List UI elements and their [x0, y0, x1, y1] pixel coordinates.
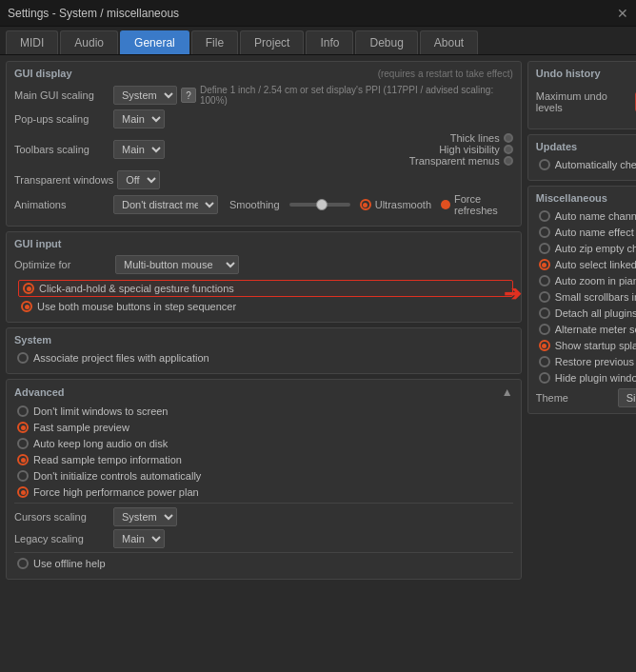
smoothing-slider[interactable]: [289, 203, 350, 207]
cursors-scaling-row: Cursors scaling System: [14, 507, 513, 526]
detach-all-plugins-radio[interactable]: [539, 307, 550, 319]
animations-smoothing-row: Animations Don't distract me Smoothing U…: [14, 193, 513, 216]
auto-check-updates-radio[interactable]: [539, 159, 550, 170]
force-refreshes-indicator[interactable]: [441, 200, 450, 209]
advanced-title[interactable]: Advanced ▲: [14, 385, 513, 399]
auto-select-linked-radio[interactable]: [539, 259, 550, 270]
auto-name-channels-radio[interactable]: [539, 210, 550, 222]
click-hold-radio[interactable]: [23, 283, 34, 294]
auto-check-updates-option[interactable]: Automatically check for updates: [536, 158, 636, 171]
theme-row: Theme Silent startup: [536, 388, 636, 407]
alternate-meter-scale-option[interactable]: Alternate meter scale: [536, 323, 636, 336]
force-refreshes-label: Force refreshes: [454, 193, 513, 216]
associate-project-files-option[interactable]: Associate project files with application: [14, 351, 513, 365]
read-sample-tempo-radio[interactable]: [17, 454, 29, 465]
gui-display-title: GUI display (requires a restart to take …: [14, 68, 513, 79]
both-mouse-radio[interactable]: [21, 301, 32, 312]
alternate-meter-radio[interactable]: [539, 324, 550, 335]
tab-general[interactable]: General: [120, 30, 189, 54]
detach-all-plugins-option[interactable]: Detach all plugins: [536, 306, 636, 320]
toolbars-scaling-label: Toolbars scaling: [14, 144, 109, 155]
popups-scaling-select[interactable]: Main: [113, 109, 165, 128]
restore-previous-state-option[interactable]: Restore previous state after solo: [536, 355, 636, 368]
auto-zoom-piano-roll-option[interactable]: Auto zoom in piano roll: [536, 274, 636, 287]
use-offline-help-option[interactable]: Use offline help: [14, 557, 513, 570]
dont-init-controls-radio[interactable]: [17, 470, 29, 482]
tab-about[interactable]: About: [420, 30, 478, 54]
fast-sample-preview-option[interactable]: Fast sample preview: [14, 421, 513, 434]
transparent-menus-indicator[interactable]: [504, 156, 513, 166]
ppi-text: Define 1 inch / 2.54 cm or set display's…: [200, 85, 513, 106]
tab-project[interactable]: Project: [240, 30, 304, 54]
force-high-performance-radio[interactable]: [17, 486, 29, 498]
read-sample-tempo-option[interactable]: Read sample tempo information: [14, 453, 513, 466]
tab-audio[interactable]: Audio: [60, 30, 118, 54]
gui-input-section: GUI input Optimize for Multi-button mous…: [6, 231, 522, 323]
show-startup-splash-radio[interactable]: [539, 340, 550, 351]
dont-init-controls-option[interactable]: Don't initialize controls automatically: [14, 469, 513, 483]
legacy-scaling-label: Legacy scaling: [14, 533, 109, 544]
dont-limit-windows-option[interactable]: Don't limit windows to screen: [14, 405, 513, 418]
tab-midi[interactable]: MIDI: [6, 30, 58, 54]
show-startup-splash-option[interactable]: Show startup splash screen: [536, 339, 636, 352]
theme-select[interactable]: Silent startup: [618, 388, 636, 407]
updates-section: Updates Automatically check for updates: [527, 134, 636, 181]
toolbars-scaling-row: Toolbars scaling Main Thick lines High v…: [14, 132, 513, 167]
gui-input-options: ➔ Click-and-hold & special gesture funct…: [14, 280, 513, 313]
small-scrollbars-option[interactable]: Small scrollbars in editors: [536, 290, 636, 304]
max-undo-levels-row: Maximum undo levels 100 Undo knob tweaks: [536, 85, 636, 119]
animations-select[interactable]: Don't distract me: [113, 195, 218, 214]
undo-history-title: Undo history: [536, 68, 636, 79]
advanced-collapse-arrow: ▲: [502, 385, 513, 399]
main-content: GUI display (requires a restart to take …: [0, 55, 636, 670]
auto-zip-empty-channels-option[interactable]: Auto zip empty channels: [536, 242, 636, 255]
optimize-for-row: Optimize for Multi-button mouse: [14, 255, 513, 274]
fast-sample-radio[interactable]: [17, 422, 29, 433]
transparent-windows-row: Transparent windows Off: [14, 170, 513, 189]
arrow-indicator: ➔: [504, 282, 521, 306]
main-gui-help-button[interactable]: ?: [181, 88, 196, 103]
right-column: Undo history Maximum undo levels 100 Und…: [527, 61, 636, 664]
auto-keep-long-audio-option[interactable]: Auto keep long audio on disk: [14, 437, 513, 450]
dont-limit-windows-radio[interactable]: [17, 405, 29, 417]
auto-keep-long-audio-radio[interactable]: [17, 438, 29, 449]
tab-debug[interactable]: Debug: [355, 30, 417, 54]
optimize-for-label: Optimize for: [14, 259, 109, 270]
optimize-for-select[interactable]: Multi-button mouse: [115, 255, 239, 274]
system-section: System Associate project files with appl…: [6, 327, 522, 374]
theme-label: Theme: [536, 392, 612, 404]
auto-name-effect-slots-radio[interactable]: [539, 227, 550, 238]
legacy-scaling-select[interactable]: Main: [113, 529, 165, 548]
miscellaneous-title: Miscellaneous: [536, 192, 636, 204]
auto-zip-empty-radio[interactable]: [539, 243, 550, 254]
auto-name-effect-slots-option[interactable]: Auto name effect slots: [536, 226, 636, 239]
small-scrollbars-radio[interactable]: [539, 291, 550, 303]
hide-plugin-window-toolbar-option[interactable]: Hide plugin window toolbar by default: [536, 371, 636, 385]
main-gui-scaling-select[interactable]: System: [113, 86, 177, 105]
both-mouse-buttons-option[interactable]: Use both mouse buttons in step sequencer: [18, 300, 513, 313]
ultrasmooth-radio[interactable]: [360, 199, 371, 210]
tab-info[interactable]: Info: [306, 30, 353, 54]
high-visibility-indicator[interactable]: [504, 145, 513, 154]
popups-scaling-label: Pop-ups scaling: [14, 113, 109, 125]
hide-plugin-toolbar-radio[interactable]: [539, 372, 550, 384]
transparent-windows-select[interactable]: Off: [117, 170, 160, 189]
associate-project-radio[interactable]: [17, 352, 29, 364]
auto-zoom-piano-radio[interactable]: [539, 275, 550, 287]
click-hold-option[interactable]: Click-and-hold & special gesture functio…: [18, 280, 513, 297]
auto-name-channels-option[interactable]: Auto name channels: [536, 209, 636, 223]
cursors-scaling-select[interactable]: System: [113, 507, 177, 526]
force-high-performance-option[interactable]: Force high performance power plan: [14, 485, 513, 499]
toolbars-scaling-select[interactable]: Main: [113, 140, 165, 159]
restore-previous-radio[interactable]: [539, 356, 550, 367]
main-gui-scaling-row: Main GUI scaling System ? Define 1 inch …: [14, 85, 513, 106]
auto-select-linked-modules-option[interactable]: Auto select linked modules: [536, 258, 636, 271]
thick-lines-indicator[interactable]: [504, 133, 513, 143]
smoothing-label: Smoothing: [229, 199, 280, 210]
tab-file[interactable]: File: [191, 30, 238, 54]
undo-history-section: Undo history Maximum undo levels 100 Und…: [527, 61, 636, 129]
use-offline-help-radio[interactable]: [17, 558, 29, 569]
legacy-scaling-row: Legacy scaling Main: [14, 529, 513, 548]
system-title: System: [14, 334, 513, 346]
close-button[interactable]: ✕: [617, 6, 628, 21]
